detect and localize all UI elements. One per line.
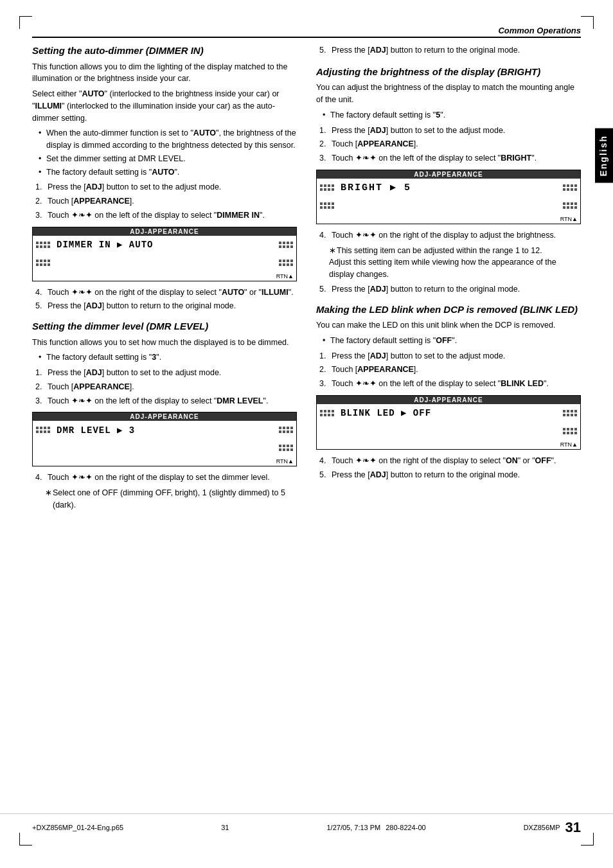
section-auto-dimmer: Setting the auto-dimmer (DIMMER IN) This… (32, 44, 297, 312)
bright-step-1: 1.Press the [ADJ] button to set to the a… (319, 125, 581, 137)
display-left-dots-b (36, 260, 50, 266)
display-left-dots (36, 242, 50, 248)
display-dimmer-header: ADJ-APPEARANCE (33, 227, 296, 236)
auto-dimmer-bullet-1: When the auto-dimmer function is set to … (39, 127, 297, 152)
blink-step-3: 3.Touch ✦❧✦ on the left of the display t… (319, 378, 581, 390)
header-area: Common Operations (32, 26, 581, 35)
display-bright-content: BRIGHT ▶ 5 (317, 179, 580, 197)
auto-dimmer-steps-4-5: 4.Touch ✦❧✦ on the right of the display … (35, 287, 297, 313)
auto-dimmer-select: Select either "AUTO" (interlocked to the… (32, 88, 297, 124)
dmr-step-2: 2.Touch [APPEARANCE]. (35, 381, 297, 393)
display-right-dots (279, 242, 293, 248)
rtn-label: RTN▲ (276, 273, 294, 279)
blink-intro: You can make the LED on this unit blink … (316, 319, 581, 332)
section-bright: Adjusting the brightness of the display … (316, 66, 581, 296)
section-title-dmr: Setting the dimmer level (DMR LEVEL) (32, 320, 297, 333)
bright-step-5: 5.Press the [ADJ] button to return to th… (319, 283, 581, 296)
header-rule (32, 37, 581, 38)
dmr-step-3: 3.Touch ✦❧✦ on the left of the display t… (35, 395, 297, 407)
display-dmr-left (36, 427, 50, 433)
display-blink-bottom (317, 422, 580, 440)
bright-intro: You can adjust the brightness of the dis… (316, 82, 581, 106)
auto-dimmer-step-2: 2.Touch [APPEARANCE]. (35, 195, 297, 208)
display-bright-bottom (317, 197, 580, 215)
blink-step-4: 4.Touch ✦❧✦ on the right of the display … (319, 455, 581, 467)
display-bright: ADJ-APPEARANCE BRIGHT ▶ 5 (316, 170, 581, 224)
left-column: Setting the auto-dimmer (DIMMER IN) This… (32, 44, 297, 517)
display-blink-right (563, 410, 577, 416)
model-number: DXZ856MP (524, 824, 560, 831)
display-bright-footer: RTN▲ (317, 215, 580, 224)
blink-step-5: 5.Press the [ADJ] button to return to th… (319, 469, 581, 481)
bright-step-5-item: 5.Press the [ADJ] button to return to th… (319, 283, 581, 296)
page-container: English Common Operations Setting the au… (0, 0, 613, 868)
auto-dimmer-step-3: 3.Touch ✦❧✦ on the left of the display t… (35, 209, 297, 222)
auto-dimmer-step-1: 1.Press the [ADJ] button to set to the a… (35, 181, 297, 193)
section-title-blink: Making the LED blink when DCP is removed… (316, 303, 581, 316)
dmr-bullets: The factory default setting is "3". (39, 351, 297, 364)
bright-steps: 1.Press the [ADJ] button to set to the a… (319, 125, 581, 164)
display-dmr-text: DMR LEVEL ▶ 3 (53, 425, 279, 436)
blink-step-1: 1.Press the [ADJ] button to set to the a… (319, 350, 581, 362)
display-bright-text: BRIGHT ▶ 5 (337, 181, 563, 193)
bright-step-4: 4.Touch ✦❧✦ on the right of the display … (319, 229, 581, 242)
display-blink-text: BLINK LED ▶ OFF (337, 407, 563, 418)
auto-dimmer-bullet-3: The factory default setting is "AUTO". (39, 166, 297, 179)
auto-dimmer-intro: This function allows you to dim the ligh… (32, 61, 297, 85)
footer-page-center: 31 (221, 824, 229, 831)
display-dmr-footer: RTN▲ (33, 457, 296, 466)
display-dmr-content: DMR LEVEL ▶ 3 (33, 421, 296, 439)
bright-bullets: The factory default setting is "5". (323, 109, 581, 121)
display-bright-left (320, 184, 334, 191)
page-number: 31 (565, 819, 581, 836)
page-footer: +DXZ856MP_01-24-Eng.p65 31 1/27/05, 7:13… (0, 813, 613, 836)
display-blink-right-b (563, 428, 577, 434)
auto-dimmer-steps: 1.Press the [ADJ] button to set to the a… (35, 181, 297, 221)
blink-step-2: 2.Touch [APPEARANCE]. (319, 364, 581, 376)
blink-bullets: The factory default setting is "OFF". (323, 335, 581, 347)
display-dimmer-content: DIMMER IN ▶ AUTO (33, 236, 296, 254)
display-bright-left-b (320, 202, 334, 209)
display-dmr-right (279, 427, 293, 433)
section-title-auto-dimmer: Setting the auto-dimmer (DIMMER IN) (32, 44, 297, 57)
bright-step4-sub2: Adjust this setting item while viewing h… (329, 256, 581, 281)
display-dmr-right-b (279, 445, 293, 451)
auto-dimmer-bullet-2: Set the dimmer setting at DMR LEVEL. (39, 153, 297, 165)
display-dimmer-bottom (33, 254, 296, 272)
blink-bullet-1: The factory default setting is "OFF". (323, 335, 581, 347)
right-step5-autodimmer: 5.Press the [ADJ] button to return to th… (319, 44, 581, 57)
auto-dimmer-step-4: 4.Touch ✦❧✦ on the right of the display … (35, 287, 297, 299)
dmr-steps: 1.Press the [ADJ] button to set to the a… (35, 367, 297, 407)
section-blink-led: Making the LED blink when DCP is removed… (316, 303, 581, 481)
display-blink-left (320, 410, 334, 416)
dmr-step-4: 4.Touch ✦❧✦ on the right of the display … (35, 472, 297, 484)
display-dmr-bottom (33, 439, 296, 457)
display-bright-right (563, 184, 577, 191)
display-right-dots-b (279, 260, 293, 266)
footer-file: +DXZ856MP_01-24-Eng.p65 (32, 824, 123, 831)
display-dmr-header: ADJ-APPEARANCE (33, 412, 296, 421)
bright-step4-sub1: This setting item can be adjusted within… (329, 245, 581, 257)
page-model-num-area: DXZ856MP 31 (524, 819, 581, 836)
display-blink-led: ADJ-APPEARANCE BLINK LED ▶ OFF (316, 395, 581, 450)
header-title: Common Operations (498, 26, 581, 35)
auto-dimmer-step-5: 5.Press the [ADJ] button to return to th… (35, 300, 297, 312)
blink-steps: 1.Press the [ADJ] button to set to the a… (319, 350, 581, 390)
dmr-intro: This function allows you to set how much… (32, 337, 297, 349)
rtn-label-bright: RTN▲ (560, 216, 578, 222)
main-columns: Setting the auto-dimmer (DIMMER IN) This… (32, 44, 581, 517)
corner-mark-tr (581, 16, 594, 29)
bright-step-2: 2.Touch [APPEARANCE]. (319, 138, 581, 150)
bright-bullet-1: The factory default setting is "5". (323, 109, 581, 121)
corner-mark-tl (19, 16, 32, 29)
display-dimmer-in: ADJ-APPEARANCE DIMMER IN ▶ AUTO (32, 227, 297, 281)
rtn-label-blink: RTN▲ (560, 441, 578, 448)
dmr-bullet-1: The factory default setting is "3". (39, 351, 297, 364)
dmr-step-1: 1.Press the [ADJ] button to set to the a… (35, 367, 297, 379)
section-title-bright: Adjusting the brightness of the display … (316, 66, 581, 78)
section-dmr-level: Setting the dimmer level (DMR LEVEL) Thi… (32, 320, 297, 511)
display-blink-footer: RTN▲ (317, 440, 580, 449)
display-blink-header: ADJ-APPEARANCE (317, 396, 580, 404)
dmr-step4-sub: Select one of OFF (dimming OFF, bright),… (45, 487, 297, 511)
english-tab: English (595, 128, 613, 183)
